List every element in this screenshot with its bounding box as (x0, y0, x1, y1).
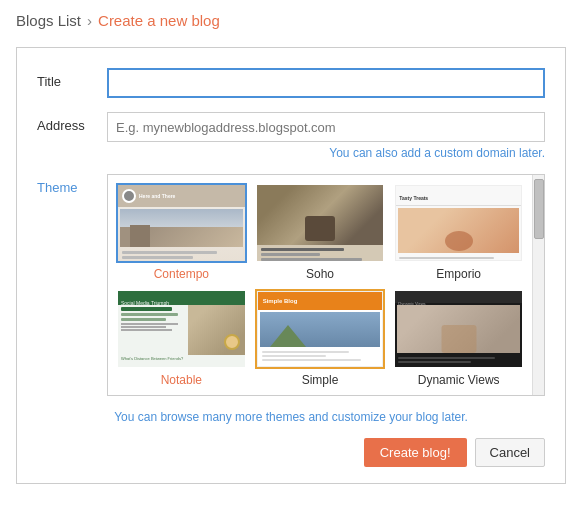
theme-hint: You can browse many more themes and cust… (37, 410, 545, 424)
theme-thumbnail-emporio: Tasty Treats (393, 183, 524, 263)
title-label: Title (37, 68, 107, 89)
page-container: Blogs List › Create a new blog Title Add… (0, 0, 582, 500)
theme-item-dynamic-views[interactable]: Dynamic Views (393, 289, 524, 387)
theme-thumbnail-simple: Simple Blog (255, 289, 386, 369)
theme-name-emporio: Emporio (436, 267, 481, 281)
form-container: Title Address You can also add a custom … (16, 47, 566, 484)
breadcrumb-separator: › (87, 12, 92, 29)
theme-thumbnail-dynamic-views: Dynamic Views (393, 289, 524, 369)
create-blog-button[interactable]: Create blog! (364, 438, 467, 467)
theme-grid-wrapper: Here and There (107, 174, 545, 396)
theme-name-soho: Soho (306, 267, 334, 281)
title-input[interactable] (107, 68, 545, 98)
theme-item-emporio[interactable]: Tasty Treats (393, 183, 524, 281)
actions-row: Create blog! Cancel (37, 438, 545, 467)
theme-thumbnail-contempo: Here and There (116, 183, 247, 263)
address-input[interactable] (107, 112, 545, 142)
theme-name-simple: Simple (302, 373, 339, 387)
theme-item-simple[interactable]: Simple Blog (255, 289, 386, 387)
theme-thumbnail-notable: Social Media Triumph (116, 289, 247, 369)
address-label: Address (37, 112, 107, 133)
theme-label: Theme (37, 174, 107, 195)
theme-item-soho[interactable]: Soho (255, 183, 386, 281)
theme-name-contempo: Contempo (154, 267, 209, 281)
title-field (107, 68, 545, 98)
theme-name-notable: Notable (161, 373, 202, 387)
theme-grid: Here and There (108, 175, 532, 395)
cancel-button[interactable]: Cancel (475, 438, 545, 467)
theme-thumbnail-soho (255, 183, 386, 263)
theme-name-dynamic-views: Dynamic Views (418, 373, 500, 387)
theme-item-notable[interactable]: Social Media Triumph (116, 289, 247, 387)
address-field: You can also add a custom domain later. (107, 112, 545, 160)
breadcrumb-parent[interactable]: Blogs List (16, 12, 81, 29)
theme-item-contempo[interactable]: Here and There (116, 183, 247, 281)
title-row: Title (37, 68, 545, 98)
theme-row: Theme Here and There (37, 174, 545, 396)
address-row: Address You can also add a custom domain… (37, 112, 545, 160)
scrollbar-thumb[interactable] (534, 179, 544, 239)
breadcrumb-current: Create a new blog (98, 12, 220, 29)
breadcrumb: Blogs List › Create a new blog (16, 12, 566, 29)
custom-domain-hint: You can also add a custom domain later. (107, 146, 545, 160)
scrollbar-track[interactable] (532, 175, 544, 395)
